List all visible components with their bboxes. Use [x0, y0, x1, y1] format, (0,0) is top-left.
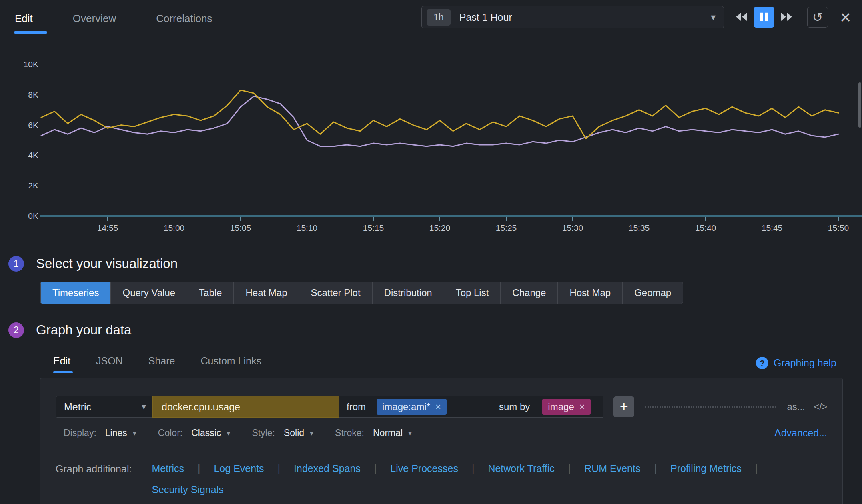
graph-editor-tab[interactable]: JSON — [96, 355, 123, 373]
graph-additional-link[interactable]: Profiling Metrics — [670, 463, 771, 474]
metric-name-field[interactable]: docker.cpu.usage — [152, 396, 339, 418]
from-label: from — [339, 396, 373, 418]
chevron-down-icon: ▾ — [310, 429, 313, 438]
question-icon: ? — [756, 357, 768, 369]
visualization-type-button[interactable]: Distribution — [372, 282, 444, 304]
visualization-type-button[interactable]: Geomap — [622, 282, 683, 304]
visualization-type-button[interactable]: Scatter Plot — [299, 282, 372, 304]
refresh-button[interactable]: ↺ — [807, 7, 828, 28]
series-line — [41, 96, 838, 146]
pause-button[interactable] — [754, 7, 774, 28]
metric-name-value: docker.cpu.usage — [162, 401, 240, 413]
x-axis-label: 15:05 — [230, 223, 251, 232]
fast-forward-button[interactable] — [776, 7, 797, 28]
playback-controls — [731, 7, 797, 28]
x-axis-label: 15:45 — [762, 223, 783, 232]
time-range-selector[interactable]: 1h Past 1 Hour ▾ — [421, 6, 724, 28]
as-label[interactable]: as... — [787, 401, 805, 412]
display-option-dropdown[interactable]: Display: Lines ▾ — [64, 428, 136, 438]
chevron-down-icon: ▾ — [133, 429, 136, 438]
visualization-type-button[interactable]: Top List — [444, 282, 501, 304]
visualization-section-header: 1 Select your visualization — [8, 254, 862, 273]
step-2-badge: 2 — [8, 322, 24, 338]
chevron-down-icon: ▾ — [408, 429, 412, 438]
remove-tag-icon[interactable]: × — [435, 401, 441, 412]
y-axis-label: 10K — [24, 60, 38, 69]
sum-by-tag-label: image — [548, 401, 574, 412]
display-options: Display: Lines ▾ Color: Classic ▾ Style:… — [64, 428, 433, 438]
rewind-button[interactable] — [731, 7, 752, 28]
graph-editor-tab[interactable]: Edit — [53, 355, 70, 373]
close-button[interactable]: × — [840, 8, 851, 26]
y-axis-label: 2K — [28, 181, 38, 190]
chevron-down-icon: ▾ — [711, 12, 716, 23]
visualization-type-group: Timeseries Query Value Table Heat Map Sc… — [40, 282, 683, 304]
chart-canvas[interactable]: 0K2K4K6K8K10K14:5515:0015:0515:1015:1515… — [0, 34, 862, 234]
query-editor-panel: Metric ▾ docker.cpu.usage from image:ami… — [40, 378, 843, 504]
graph-additional-label: Graph additional: — [56, 463, 132, 475]
top-tabs: Edit Overview Correlations — [15, 1, 212, 34]
graph-additional-link[interactable]: Indexed Spans — [294, 463, 390, 474]
fast-forward-icon — [780, 12, 793, 23]
y-axis-label: 0K — [28, 211, 38, 220]
x-axis-label: 15:20 — [429, 223, 451, 232]
visualization-type-button[interactable]: Host Map — [557, 282, 622, 304]
rewind-icon — [735, 12, 748, 23]
graph-editor-tab[interactable]: Share — [148, 355, 175, 373]
display-option-dropdown[interactable]: Color: Classic ▾ — [158, 428, 231, 438]
graph-section-header: 2 Graph your data — [8, 321, 862, 339]
step-1-badge: 1 — [8, 256, 24, 272]
graph-section-title: Graph your data — [36, 322, 131, 338]
sum-by-input[interactable]: image × — [539, 396, 603, 418]
close-icon: × — [840, 7, 851, 28]
display-option-dropdown[interactable]: Stroke: Normal ▾ — [335, 428, 412, 438]
remove-tag-icon[interactable]: × — [579, 401, 585, 412]
visualization-section-title: Select your visualization — [36, 256, 178, 271]
top-tab[interactable]: Edit — [15, 1, 33, 34]
y-axis-label: 4K — [28, 150, 38, 160]
display-option-dropdown[interactable]: Style: Solid ▾ — [252, 428, 313, 438]
chevron-down-icon: ▾ — [142, 402, 146, 412]
from-filter-tag[interactable]: image:ami* × — [377, 399, 447, 415]
top-tab[interactable]: Overview — [73, 1, 116, 34]
timeseries-chart[interactable]: 0K2K4K6K8K10K14:5515:0015:0515:1015:1515… — [0, 34, 862, 234]
graph-additional-link[interactable]: Live Processes — [390, 463, 488, 474]
graph-additional-links: Metrics Log Events Indexed Spans Live Pr… — [152, 463, 827, 496]
refresh-icon: ↺ — [812, 10, 823, 25]
graph-additional-link[interactable]: Metrics — [152, 463, 214, 474]
visualization-type-button[interactable]: Heat Map — [233, 282, 299, 304]
sum-by-tag[interactable]: image × — [542, 399, 590, 415]
visualization-type-button[interactable]: Query Value — [110, 282, 187, 304]
visualization-type-button[interactable]: Table — [187, 282, 233, 304]
graph-additional-link[interactable]: Log Events — [214, 463, 294, 474]
chevron-down-icon: ▾ — [227, 429, 230, 438]
scrollbar[interactable] — [858, 82, 861, 128]
x-axis-label: 15:25 — [496, 223, 517, 232]
graph-editor-tabs-row: Edit JSON Share Custom Links ? Graphing … — [53, 355, 836, 373]
x-axis-label: 15:00 — [164, 223, 185, 232]
code-icon[interactable]: </> — [814, 402, 827, 412]
pause-icon — [759, 12, 769, 23]
graph-editor-tab[interactable]: Custom Links — [201, 355, 261, 373]
graph-additional-link[interactable]: Security Signals — [152, 484, 223, 496]
graph-additional-link[interactable]: Network Traffic — [488, 463, 584, 474]
add-query-button[interactable]: + — [613, 396, 634, 417]
y-axis-label: 8K — [28, 90, 38, 99]
from-filter-tag-label: image:ami* — [382, 401, 430, 412]
x-axis-label: 15:50 — [828, 223, 849, 232]
x-axis-label: 15:10 — [297, 223, 318, 232]
graphing-help-link[interactable]: ? Graphing help — [756, 357, 836, 373]
x-axis-label: 15:15 — [363, 223, 384, 232]
x-axis-label: 14:55 — [97, 223, 118, 232]
graph-additional-link[interactable]: RUM Events — [584, 463, 670, 474]
visualization-type-button[interactable]: Timeseries — [40, 282, 110, 304]
top-tab[interactable]: Correlations — [156, 1, 212, 34]
from-filter-input[interactable]: image:ami* × — [373, 396, 490, 418]
query-connector-line — [645, 406, 776, 408]
metric-type-select[interactable]: Metric ▾ — [56, 396, 153, 418]
metric-type-label: Metric — [64, 401, 91, 413]
graph-additional-row: Graph additional: Metrics Log Events Ind… — [56, 463, 827, 496]
graph-editor-tabs: Edit JSON Share Custom Links — [53, 355, 261, 373]
advanced-link[interactable]: Advanced... — [774, 427, 827, 439]
visualization-type-button[interactable]: Change — [500, 282, 557, 304]
